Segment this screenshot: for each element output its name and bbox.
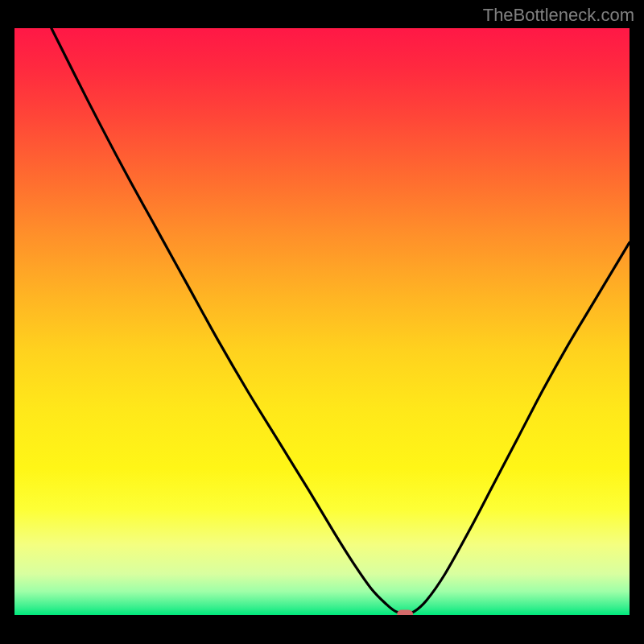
chart-container: TheBottleneck.com	[0, 0, 644, 644]
chart-svg	[14, 28, 630, 615]
watermark-text: TheBottleneck.com	[483, 5, 634, 26]
optimum-marker	[397, 609, 413, 615]
plot-area	[14, 28, 630, 615]
gradient-background	[14, 28, 630, 615]
